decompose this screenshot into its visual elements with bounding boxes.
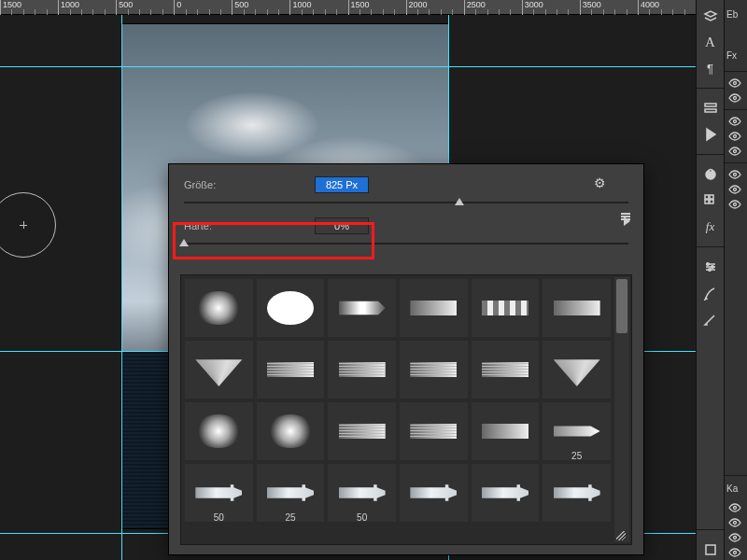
brush-size-label: 25 <box>543 451 611 461</box>
visibility-eye-icon[interactable] <box>725 91 745 105</box>
svg-rect-7 <box>710 200 713 203</box>
svg-point-23 <box>734 552 737 554</box>
brush-preset[interactable] <box>472 279 540 337</box>
brush-preset[interactable] <box>400 402 468 460</box>
hardness-slider[interactable] <box>184 237 628 250</box>
brush-preset[interactable]: 50 <box>328 464 396 522</box>
svg-point-3 <box>709 170 712 173</box>
svg-rect-4 <box>705 195 709 199</box>
type-panel-icon[interactable]: A <box>700 32 721 52</box>
gear-icon[interactable]: ⚙ <box>594 175 606 190</box>
brush-tip-icon <box>195 353 242 386</box>
brush-cursor <box>0 192 56 258</box>
guide-horizontal[interactable] <box>0 66 696 67</box>
svg-point-8 <box>706 263 709 266</box>
adjustments-panel-icon[interactable] <box>700 257 721 277</box>
brush-preset[interactable] <box>185 341 253 399</box>
visibility-eye-icon[interactable] <box>725 530 745 545</box>
size-label: Größe: <box>184 179 315 190</box>
brush-tip-icon <box>267 353 314 386</box>
visibility-eye-icon[interactable] <box>725 182 745 197</box>
brush-preset[interactable]: 50 <box>185 464 253 522</box>
actions-panel-icon[interactable] <box>700 98 721 119</box>
brush-preset[interactable] <box>543 464 611 522</box>
brush-preset[interactable] <box>543 341 611 399</box>
visibility-eye-icon[interactable] <box>725 129 745 144</box>
channels-panel-icon[interactable] <box>700 539 721 560</box>
svg-rect-11 <box>706 545 715 554</box>
preset-scrollbar[interactable] <box>614 277 629 542</box>
svg-rect-6 <box>705 200 709 203</box>
brush-preset[interactable] <box>257 402 325 460</box>
visibility-eye-icon[interactable] <box>725 515 745 530</box>
styles-panel-icon[interactable]: fx <box>700 217 721 237</box>
resize-grip-icon[interactable] <box>616 531 626 540</box>
brush-preset[interactable] <box>472 341 540 399</box>
brush-settings-panel: Größe: 825 Px Härte: 0% ⚙ 25502550 <box>168 163 644 555</box>
brush-tip-icon <box>554 476 600 510</box>
brush-preset[interactable] <box>328 341 396 399</box>
visibility-eye-icon[interactable] <box>725 76 745 91</box>
ruler-tick: 0 <box>174 0 181 15</box>
visibility-eye-icon[interactable] <box>725 197 745 212</box>
brush-preset[interactable] <box>400 279 468 337</box>
brush-preset[interactable] <box>543 279 611 337</box>
brush-preset[interactable] <box>328 402 396 460</box>
brush-preset-grid: 25502550 <box>180 274 632 545</box>
brush-tip-icon <box>339 476 386 510</box>
layers-panel-icon[interactable] <box>700 6 721 26</box>
brushes-panel-icon[interactable] <box>700 283 721 303</box>
svg-point-16 <box>734 150 737 153</box>
dock-label-effects[interactable]: Fx <box>725 47 747 67</box>
brush-tip-icon <box>410 291 457 325</box>
brush-preset[interactable] <box>400 341 468 399</box>
brush-size-label: 50 <box>185 512 253 523</box>
visibility-eye-icon[interactable] <box>725 500 745 515</box>
brush-tip-icon <box>554 291 600 325</box>
brush-tip-icon <box>267 476 314 510</box>
svg-rect-0 <box>705 104 716 106</box>
svg-point-22 <box>734 537 737 539</box>
svg-point-19 <box>734 203 737 206</box>
svg-point-12 <box>734 82 737 85</box>
brush-preset[interactable] <box>185 402 253 460</box>
brush-preset[interactable] <box>257 279 325 337</box>
brush-preset[interactable] <box>472 464 540 522</box>
brush-preset[interactable]: 25 <box>543 402 611 460</box>
size-input[interactable]: 825 Px <box>315 176 369 193</box>
flyout-menu-icon[interactable] <box>617 217 630 226</box>
brush-tip-icon <box>267 414 314 448</box>
brush-tip-icon <box>554 353 600 386</box>
svg-rect-1 <box>705 109 716 112</box>
brush-tip-icon <box>339 291 386 325</box>
visibility-eye-icon[interactable] <box>725 144 745 159</box>
brush-tip-icon <box>410 414 457 448</box>
visibility-eye-icon[interactable] <box>725 167 745 182</box>
svg-point-17 <box>734 174 737 176</box>
svg-point-14 <box>734 120 737 123</box>
size-slider[interactable] <box>184 196 628 209</box>
brush-preset[interactable] <box>328 279 396 337</box>
color-panel-icon[interactable] <box>700 164 721 185</box>
brush-tip-icon <box>482 353 529 386</box>
dock-label-layers[interactable]: Eb <box>725 6 747 26</box>
ruler-horizontal[interactable]: 1500100050005001000150020002500300035004… <box>0 0 696 15</box>
brush-preset[interactable] <box>185 279 253 337</box>
swatches-panel-icon[interactable] <box>700 190 721 211</box>
dock-label-channels[interactable]: Ka <box>725 480 747 500</box>
brush-preset[interactable] <box>472 402 540 460</box>
brush-settings-icon[interactable] <box>700 309 721 329</box>
brush-preset[interactable] <box>257 341 325 399</box>
brush-preset[interactable] <box>400 464 468 522</box>
guide-vertical[interactable] <box>121 15 122 560</box>
brush-tip-icon <box>195 291 242 325</box>
brush-preset[interactable]: 25 <box>257 464 325 522</box>
hardness-input[interactable]: 0% <box>315 217 369 234</box>
brush-tip-icon <box>195 476 242 510</box>
visibility-eye-icon[interactable] <box>725 114 745 129</box>
brush-tip-icon <box>482 291 529 325</box>
paragraph-panel-icon[interactable]: ¶ <box>700 58 721 78</box>
play-icon[interactable] <box>700 124 721 145</box>
visibility-eye-icon[interactable] <box>725 545 745 560</box>
brush-tip-icon <box>482 414 529 448</box>
